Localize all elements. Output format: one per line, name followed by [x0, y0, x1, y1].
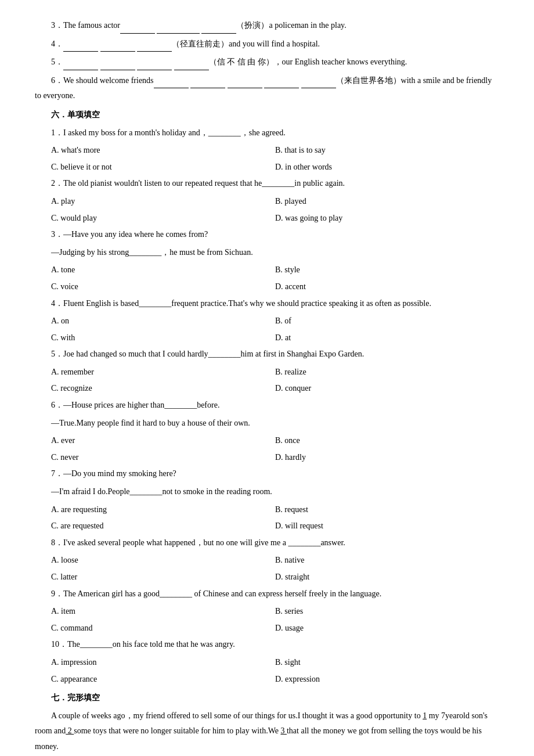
section6: 六．单项填空 1．I asked my boss for a month's h…: [35, 107, 499, 687]
q6-1-optC: C. believe it or not: [51, 160, 275, 175]
q6-10-optD: D. expression: [275, 672, 499, 687]
q5-line: 5． （信 不 信 由 你），our English teacher knows…: [35, 54, 499, 70]
q6-10-text: 10．The________on his face told me that h…: [35, 637, 499, 653]
blank-4-3: [137, 36, 172, 52]
blank-6-4: [264, 73, 299, 89]
q6-2-optB: B. played: [275, 194, 499, 210]
section7-title: 七．完形填空: [35, 690, 499, 706]
q6-7-options: A. are requesting B. request: [51, 502, 499, 518]
blank-6-1: [154, 73, 189, 89]
q6-6-dialog1: 6．—House prices are higher than________b…: [35, 398, 499, 413]
q6-3-optD: D. accent: [275, 279, 499, 295]
q6-line: 6．We should welcome friends （来自世界各地）with…: [35, 73, 499, 104]
q6-4-optB: B. of: [275, 314, 499, 329]
q6-3-dialog1: 3．—Have you any idea where he comes from…: [35, 227, 499, 243]
q6-9-optA: A. item: [51, 604, 275, 620]
q6-7-dialog1: 7．—Do you mind my smoking here?: [35, 466, 499, 482]
q6-9-optC: C. command: [51, 621, 275, 636]
blank-3-3: [201, 17, 236, 34]
q6-3-optC: C. voice: [51, 279, 275, 295]
blank-5-4: [174, 54, 209, 70]
q6-7-optA: A. are requesting: [51, 502, 275, 518]
section6-title: 六．单项填空: [35, 107, 499, 123]
blank-5-2: [100, 54, 135, 70]
q6-4-options: A. on B. of: [51, 314, 499, 329]
q6-10-optC: C. appearance: [51, 672, 275, 687]
section7: 七．完形填空 A couple of weeks ago，my friend o…: [35, 690, 499, 756]
main-content: 3．The famous actor （扮演）a policeman in th…: [35, 17, 499, 756]
q6-4-optA: A. on: [51, 314, 275, 329]
q6-2-optA: A. play: [51, 194, 275, 210]
q6-3-options: A. tone B. style: [51, 262, 499, 278]
q6-9-options: A. item B. series: [51, 604, 499, 620]
q6-10-options2: C. appearance D. expression: [51, 672, 499, 687]
q6-3-optA: A. tone: [51, 262, 275, 278]
q6-7-dialog2: —I'm afraid I do.People________not to sm…: [35, 484, 499, 500]
q6-7-optD: D. will request: [275, 519, 499, 534]
blank7-2: 2: [66, 726, 74, 735]
q6-2-optC: C. would play: [51, 211, 275, 226]
blank-6-2: [190, 73, 225, 89]
blank-6-5: [301, 73, 336, 89]
blank-5-3: [137, 54, 172, 70]
q6-2-optD: D. was going to play: [275, 211, 499, 226]
blank-3-2: [157, 17, 200, 34]
q6-9-options2: C. command D. usage: [51, 621, 499, 636]
q6-10-optA: A. impression: [51, 655, 275, 671]
q6-1-optA: A. what's more: [51, 143, 275, 159]
blank-3-1: [120, 17, 155, 34]
q6-3-dialog2: —Judging by his strong________，he must b…: [35, 245, 499, 261]
q6-8-optA: A. loose: [51, 553, 275, 568]
q6-5-optA: A. remember: [51, 365, 275, 380]
q6-1-options2: C. believe it or not D. in other words: [51, 160, 499, 175]
q6-5-options: A. remember B. realize: [51, 365, 499, 380]
q6-2-options2: C. would play D. was going to play: [51, 211, 499, 226]
q6-6-optC: C. never: [51, 450, 275, 466]
q6-5-optB: B. realize: [275, 365, 499, 380]
q6-1-options: A. what's more B. that is to say: [51, 143, 499, 159]
q3-line: 3．The famous actor （扮演）a policeman in th…: [35, 17, 499, 34]
q6-5-options2: C. recognize D. conquer: [51, 381, 499, 397]
blank7-3: 3: [280, 726, 287, 735]
q6-10-optB: B. sight: [275, 655, 499, 671]
q6-9-text: 9．The American girl has a good________ o…: [35, 586, 499, 602]
q6-2-text: 2．The old pianist wouldn't listen to our…: [35, 176, 499, 192]
q6-4-text: 4．Fluent English is based________frequen…: [35, 296, 499, 312]
q6-3-optB: B. style: [275, 262, 499, 278]
q6-6-dialog2: —True.Many people find it hard to buy a …: [35, 416, 499, 431]
q6-6-optB: B. once: [275, 433, 499, 449]
q6-6-optA: A. ever: [51, 433, 275, 449]
q6-8-optD: D. straight: [275, 570, 499, 585]
q6-5-optC: C. recognize: [51, 381, 275, 397]
blank-6-3: [228, 73, 262, 89]
q6-7-optB: B. request: [275, 502, 499, 518]
q6-6-optD: D. hardly: [275, 450, 499, 466]
q6-4-options2: C. with D. at: [51, 330, 499, 346]
q6-8-options2: C. latter D. straight: [51, 570, 499, 585]
q6-3-options2: C. voice D. accent: [51, 279, 499, 295]
q6-8-text: 8．I've asked several people what happene…: [35, 535, 499, 551]
q6-9-optD: D. usage: [275, 621, 499, 636]
translation-fill-section: 3．The famous actor （扮演）a policeman in th…: [35, 17, 499, 104]
q6-5-optD: D. conquer: [275, 381, 499, 397]
blank-4-1: [63, 36, 98, 52]
q6-8-options: A. loose B. native: [51, 553, 499, 568]
q6-1-optD: D. in other words: [275, 160, 499, 175]
q6-6-options2: C. never D. hardly: [51, 450, 499, 466]
q6-10-options: A. impression B. sight: [51, 655, 499, 671]
blank-4-2: [100, 36, 135, 52]
q4-line: 4． （径直往前走）and you will find a hospital.: [35, 36, 499, 52]
q6-1-text: 1．I asked my boss for a month's holiday …: [35, 125, 499, 141]
q6-7-options2: C. are requested D. will request: [51, 519, 499, 534]
blank7-1: 1: [423, 711, 427, 720]
q6-6-options: A. ever B. once: [51, 433, 499, 449]
q6-2-options: A. play B. played: [51, 194, 499, 210]
q6-4-optC: C. with: [51, 330, 275, 346]
q6-8-optB: B. native: [275, 553, 499, 568]
q6-8-optC: C. latter: [51, 570, 275, 585]
q6-1-optB: B. that is to say: [275, 143, 499, 159]
q6-9-optB: B. series: [275, 604, 499, 620]
q6-5-text: 5．Joe had changed so much that I could h…: [35, 347, 499, 362]
q6-4-optD: D. at: [275, 330, 499, 346]
q6-7-optC: C. are requested: [51, 519, 275, 534]
